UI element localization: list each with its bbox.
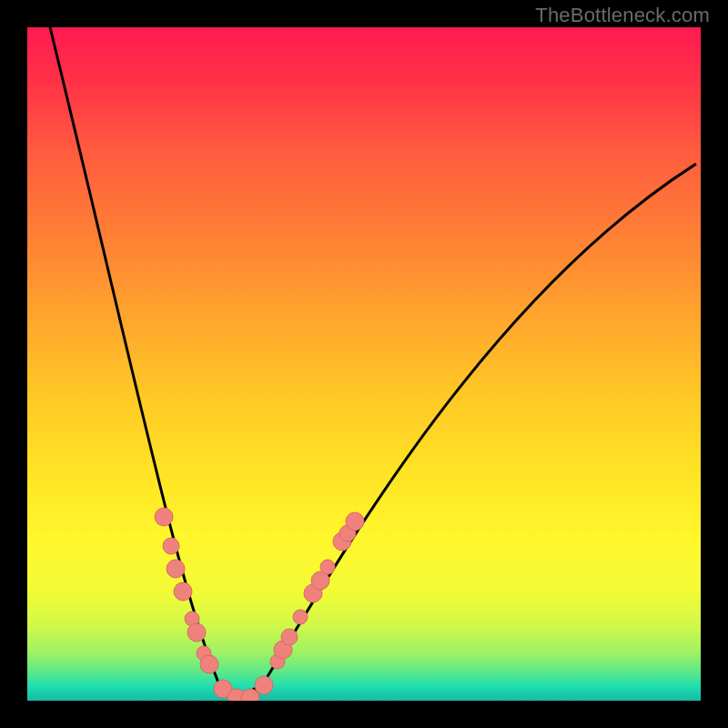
data-marker — [163, 538, 179, 554]
bottleneck-curve — [50, 27, 696, 694]
data-marker — [174, 582, 192, 601]
data-marker — [346, 512, 364, 531]
data-marker — [293, 610, 308, 624]
data-marker-group — [155, 508, 364, 701]
data-marker — [255, 676, 273, 694]
data-marker — [200, 655, 218, 673]
bottleneck-chart-svg — [27, 27, 701, 701]
data-marker — [155, 508, 173, 526]
chart-plot-area — [27, 27, 701, 701]
data-marker — [281, 629, 298, 645]
data-marker — [187, 623, 206, 642]
watermark-text: TheBottleneck.com — [535, 4, 710, 27]
data-marker — [167, 560, 185, 578]
data-marker — [320, 560, 335, 574]
